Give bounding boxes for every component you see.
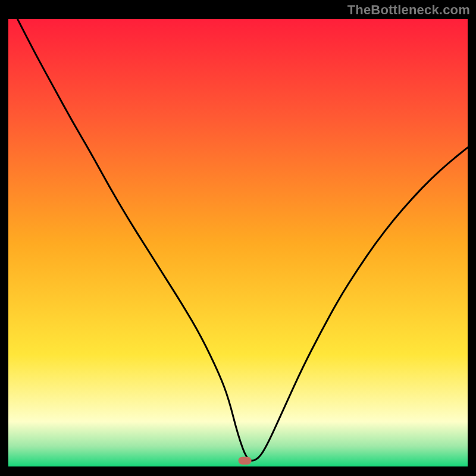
chart-frame: TheBottleneck.com <box>0 0 476 476</box>
gradient-background <box>8 19 468 466</box>
plot-area <box>8 19 468 466</box>
attribution-text: TheBottleneck.com <box>347 2 470 18</box>
chart-svg <box>8 19 468 466</box>
minimum-marker <box>239 457 252 465</box>
